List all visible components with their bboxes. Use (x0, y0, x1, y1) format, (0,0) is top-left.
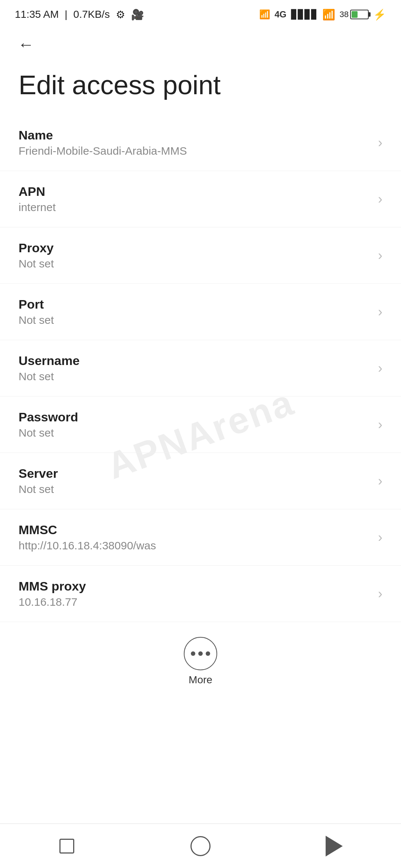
item-value-mmsc: http://10.16.18.4:38090/was (19, 539, 371, 552)
settings-item-username[interactable]: Username Not set › (0, 340, 401, 397)
item-value-apn: internet (19, 201, 371, 214)
item-content-proxy: Proxy Not set (19, 241, 371, 270)
item-label-password: Password (19, 410, 371, 424)
item-value-proxy: Not set (19, 257, 371, 270)
chevron-icon-apn: › (378, 191, 382, 207)
page-title: Edit access point (0, 63, 401, 115)
item-value-name: Friendi-Mobile-Saudi-Arabia-MMS (19, 145, 371, 157)
chevron-icon-mms-proxy: › (378, 586, 382, 602)
camera-icon: 🎥 (131, 9, 144, 21)
item-label-name: Name (19, 128, 371, 142)
settings-item-port[interactable]: Port Not set › (0, 284, 401, 340)
status-speed: | (65, 9, 67, 20)
settings-list: Name Friendi-Mobile-Saudi-Arabia-MMS › A… (0, 115, 401, 622)
top-nav: ← (0, 26, 401, 63)
battery-container: 38 (340, 10, 369, 19)
charging-icon: ⚡ (373, 9, 386, 21)
home-icon (190, 836, 211, 856)
status-left: 11:35 AM | 0.7KB/s ⚙ 🎥 (15, 9, 144, 21)
battery-percent: 38 (340, 10, 349, 19)
bottom-nav (0, 823, 401, 868)
chevron-icon-server: › (378, 473, 382, 489)
settings-icon: ⚙ (116, 9, 125, 21)
status-time: 11:35 AM (15, 9, 59, 20)
signal-bars-icon: ▊▊▊▊ (291, 9, 318, 20)
signal-4g-icon: 4G (275, 9, 287, 20)
nav-home-button[interactable] (186, 831, 215, 861)
item-value-username: Not set (19, 370, 371, 383)
chevron-icon-mmsc: › (378, 530, 382, 545)
more-button[interactable] (184, 637, 217, 670)
status-data-speed: 0.7KB/s (74, 9, 110, 20)
chevron-icon-name: › (378, 135, 382, 151)
settings-item-mmsc[interactable]: MMSC http://10.16.18.4:38090/was › (0, 509, 401, 566)
recents-icon (59, 839, 74, 854)
item-value-port: Not set (19, 314, 371, 326)
item-value-mms-proxy: 10.16.18.77 (19, 596, 371, 608)
chevron-icon-proxy: › (378, 248, 382, 263)
more-section: More (0, 622, 401, 693)
item-label-mmsc: MMSC (19, 523, 371, 537)
wifi-icon: 📶 (322, 9, 335, 21)
settings-item-proxy[interactable]: Proxy Not set › (0, 227, 401, 284)
item-label-username: Username (19, 354, 371, 368)
item-value-password: Not set (19, 427, 371, 439)
chevron-icon-port: › (378, 304, 382, 320)
item-content-server: Server Not set (19, 466, 371, 496)
status-bar: 11:35 AM | 0.7KB/s ⚙ 🎥 📶 4G ▊▊▊▊ 📶 38 ⚡ (0, 0, 401, 26)
item-content-port: Port Not set (19, 297, 371, 326)
more-label: More (189, 674, 212, 686)
settings-item-password[interactable]: Password Not set › (0, 397, 401, 453)
back-button[interactable]: ← (15, 33, 37, 56)
item-content-apn: APN internet (19, 184, 371, 214)
status-right: 📶 4G ▊▊▊▊ 📶 38 ⚡ (259, 9, 387, 21)
chevron-icon-password: › (378, 417, 382, 433)
chevron-icon-username: › (378, 361, 382, 376)
item-label-apn: APN (19, 184, 371, 199)
battery-icon (350, 10, 369, 19)
bluetooth-icon: 📶 (259, 9, 270, 20)
nav-back-button[interactable] (319, 831, 349, 861)
more-dots-icon (191, 651, 210, 656)
settings-item-server[interactable]: Server Not set › (0, 453, 401, 509)
settings-item-apn[interactable]: APN internet › (0, 171, 401, 227)
back-icon (326, 836, 343, 857)
nav-recents-button[interactable] (52, 831, 82, 861)
item-label-server: Server (19, 466, 371, 481)
item-label-port: Port (19, 297, 371, 312)
item-value-server: Not set (19, 483, 371, 496)
item-content-name: Name Friendi-Mobile-Saudi-Arabia-MMS (19, 128, 371, 157)
back-arrow-icon: ← (18, 36, 34, 53)
item-content-mms-proxy: MMS proxy 10.16.18.77 (19, 579, 371, 608)
settings-item-name[interactable]: Name Friendi-Mobile-Saudi-Arabia-MMS › (0, 115, 401, 171)
item-label-proxy: Proxy (19, 241, 371, 255)
item-content-mmsc: MMSC http://10.16.18.4:38090/was (19, 523, 371, 552)
settings-item-mms-proxy[interactable]: MMS proxy 10.16.18.77 › (0, 566, 401, 622)
item-content-password: Password Not set (19, 410, 371, 439)
item-content-username: Username Not set (19, 354, 371, 383)
item-label-mms-proxy: MMS proxy (19, 579, 371, 594)
